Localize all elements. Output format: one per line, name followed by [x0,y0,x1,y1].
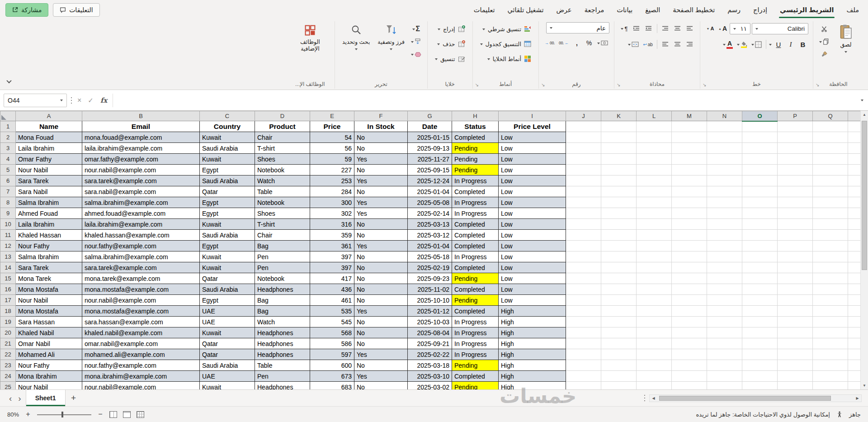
cell-M20[interactable] [672,327,707,338]
cell-L4[interactable] [637,154,672,165]
cell-G10[interactable]: 2025-03-13 [408,219,452,230]
formula-input[interactable] [113,94,857,107]
cell-A13[interactable]: Salma Ibrahim [16,251,82,262]
cell-H14[interactable]: Completed [452,262,499,273]
cell-O7[interactable] [742,186,778,197]
cell-A15[interactable]: Mona Tarek [16,273,82,284]
cell-J7[interactable] [566,186,601,197]
vertical-scroll-thumb[interactable] [862,121,867,270]
sheet-tab-sheet1[interactable]: Sheet1 [26,390,66,406]
cell-F2[interactable]: No [354,132,408,143]
cell-P16[interactable] [778,284,813,295]
expand-formula-bar-icon[interactable] [861,100,863,103]
cell-O6[interactable] [742,175,778,186]
cell-G4[interactable]: 2025-11-27 [408,154,452,165]
cell-K11[interactable] [601,230,637,241]
cell-L2[interactable] [637,132,672,143]
cell-B23[interactable]: nour.fathy@example.com [82,360,200,371]
cell-K6[interactable] [601,175,637,186]
cell-D11[interactable]: Chair [255,230,310,241]
cell-I4[interactable]: Low [499,154,566,165]
cell-C21[interactable]: Qatar [200,338,255,349]
ribbon-tab-بيانات[interactable]: بيانات [610,0,639,19]
cell-M21[interactable] [672,338,707,349]
cell-M7[interactable] [672,186,707,197]
cell-A2[interactable]: Mona Fouad [16,132,82,143]
cell-H23[interactable]: Pending [452,360,499,371]
cell-B9[interactable]: ahmed.fouad@example.com [82,208,200,219]
cell-C7[interactable]: Qatar [200,186,255,197]
align-top-button[interactable] [684,23,695,34]
cell-L18[interactable] [637,306,672,317]
cell-N11[interactable] [707,230,742,241]
font-color-button[interactable]: A [722,39,734,50]
cell-K2[interactable] [601,132,637,143]
cell-L23[interactable] [637,360,672,371]
cell-P12[interactable] [778,241,813,251]
cell-C6[interactable]: Saudi Arabia [200,175,255,186]
cell-O19[interactable] [742,317,778,327]
cell-J22[interactable] [566,349,601,360]
cell-E9[interactable]: 302 [310,208,354,219]
cell-G18[interactable]: 2025-01-12 [408,306,452,317]
row-header-5[interactable]: 5 [0,165,16,175]
scroll-right-icon[interactable]: ▶ [854,396,861,400]
horizontal-scroll-thumb[interactable] [659,396,831,401]
cell-L25[interactable] [637,382,672,390]
cell-F11[interactable]: No [354,230,408,241]
cut-button[interactable] [818,24,830,34]
cell-J12[interactable] [566,241,601,251]
cell-C4[interactable]: Kuwait [200,154,255,165]
cell-N16[interactable] [707,284,742,295]
cell-P4[interactable] [778,154,813,165]
cell-I24[interactable]: High [499,371,566,382]
cell-J1[interactable] [566,121,601,132]
cell-F24[interactable]: Yes [354,371,408,382]
cell-G23[interactable]: 2025-03-18 [408,360,452,371]
cell-I15[interactable]: Low [499,273,566,284]
cell-L17[interactable] [637,295,672,306]
cell-A12[interactable]: Nour Fathy [16,241,82,251]
cell-D14[interactable]: Pen [255,262,310,273]
cell-N4[interactable] [707,154,742,165]
row-header-25[interactable]: 25 [0,382,16,390]
row-header-10[interactable]: 10 [0,219,16,230]
cell-B25[interactable]: nour.nabil@example.com [82,382,200,390]
cell-E16[interactable]: 436 [310,284,354,295]
scroll-left-icon[interactable]: ◀ [650,396,657,400]
cell-K4[interactable] [601,154,637,165]
cell-O18[interactable] [742,306,778,317]
paste-button[interactable]: لصق [833,22,859,69]
cell-C24[interactable]: UAE [200,371,255,382]
cell-I17[interactable]: Low [499,295,566,306]
cell-N6[interactable] [707,175,742,186]
cell-C8[interactable]: Egypt [200,197,255,208]
cell-G5[interactable]: 2025-09-15 [408,165,452,175]
row-header-15[interactable]: 15 [0,273,16,284]
cell-Q8[interactable] [813,197,848,208]
cell-G19[interactable]: 2025-10-03 [408,317,452,327]
cell-G21[interactable]: 2025-09-21 [408,338,452,349]
cell-Q21[interactable] [813,338,848,349]
cell-L12[interactable] [637,241,672,251]
increase-indent-button[interactable] [631,23,642,34]
cell-M9[interactable] [672,208,707,219]
ribbon-tab-ملف[interactable]: ملف [840,0,865,19]
cell-P6[interactable] [778,175,813,186]
cell-B11[interactable]: khaled.hassan@example.com [82,230,200,241]
cell-J16[interactable] [566,284,601,295]
cell-G16[interactable]: 2025-11-02 [408,284,452,295]
cell-F21[interactable]: No [354,338,408,349]
row-header-9[interactable]: 9 [0,208,16,219]
cell-F23[interactable]: No [354,360,408,371]
cell-G7[interactable]: 2025-01-04 [408,186,452,197]
ribbon-tab-عرض[interactable]: عرض [550,0,578,19]
number-dialog-launcher[interactable]: ↘ [541,83,545,87]
row-header-17[interactable]: 17 [0,295,16,306]
cell-B18[interactable]: mona.mostafa@example.com [82,306,200,317]
cell-E20[interactable]: 568 [310,327,354,338]
cell-E11[interactable]: 359 [310,230,354,241]
cell-B17[interactable]: nour.nabil@example.com [82,295,200,306]
row-header-23[interactable]: 23 [0,360,16,371]
alignment-dialog-launcher[interactable]: ↘ [617,83,620,87]
